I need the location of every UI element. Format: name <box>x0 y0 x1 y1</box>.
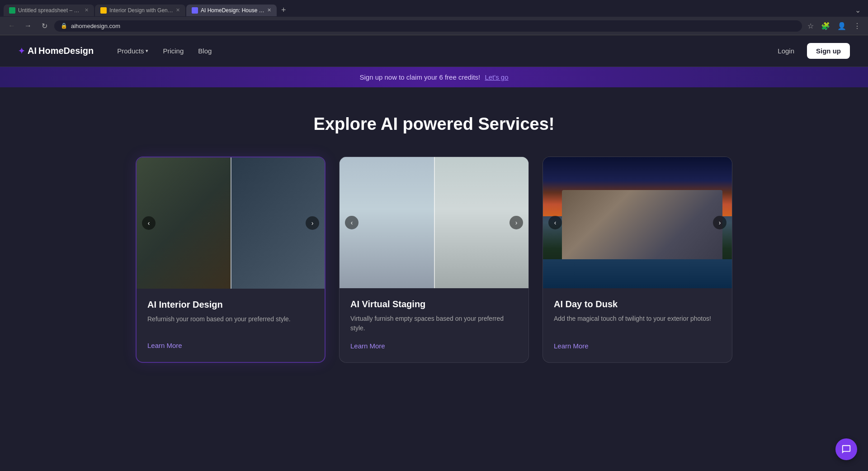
tab-3[interactable]: AI HomeDesign: House Desi... ✕ <box>186 5 277 16</box>
profile-icon[interactable]: 👤 <box>835 21 848 31</box>
card-interior-next[interactable]: › <box>306 216 319 230</box>
bookmark-icon[interactable]: ☆ <box>806 21 816 31</box>
chat-support-button[interactable] <box>835 438 857 460</box>
nav-pricing[interactable]: Pricing <box>157 43 189 58</box>
chat-icon <box>841 444 851 454</box>
navbar: ✦ AI HomeDesign Products ▾ Pricing Blog … <box>0 35 868 67</box>
card-staging-learn-more[interactable]: Learn More <box>350 342 518 350</box>
card-staging-next[interactable]: › <box>509 216 523 229</box>
card-staging-body: AI Virtual Staging Virtually furnish emp… <box>340 288 528 362</box>
lock-icon: 🔒 <box>61 23 67 29</box>
tab-1[interactable]: Untitled spreadsheet – Goo... ✕ <box>4 5 94 16</box>
card-exterior-title: AI Day to Dusk <box>554 299 721 309</box>
url-text: aihomedesign.com <box>71 23 796 29</box>
forward-button[interactable]: → <box>22 19 34 32</box>
banner-link[interactable]: Let's go <box>485 73 508 81</box>
tab-favicon-1 <box>9 7 15 14</box>
products-chevron-icon: ▾ <box>146 48 148 54</box>
refresh-button[interactable]: ↻ <box>38 19 51 32</box>
card-exterior-learn-more[interactable]: Learn More <box>554 342 721 350</box>
nav-blog[interactable]: Blog <box>193 43 217 58</box>
extensions-icon[interactable]: 🧩 <box>819 21 832 31</box>
card-exterior-desc: Add the magical touch of twilight to you… <box>554 314 721 333</box>
staging-split-line <box>434 157 435 288</box>
card-exterior-image-container: ‹ › <box>543 157 732 288</box>
tab-title-2: Interior Design with Genera... <box>109 7 173 14</box>
card-staging-desc: Virtually furnish empty spaces based on … <box>350 314 518 333</box>
card-interior-title: AI Interior Design <box>147 300 314 310</box>
card-interior-image <box>137 157 325 289</box>
tab-title-1: Untitled spreadsheet – Goo... <box>18 7 82 14</box>
tab-favicon-3 <box>192 7 198 14</box>
card-exterior-image <box>543 157 732 288</box>
tab-2[interactable]: Interior Design with Genera... ✕ <box>95 5 185 16</box>
tab-overflow-button[interactable]: ⌄ <box>851 4 864 16</box>
card-exterior-prev[interactable]: ‹ <box>548 216 562 229</box>
card-staging-title: AI Virtual Staging <box>350 299 518 309</box>
card-interior: ‹ › AI Interior Design Refurnish your ro… <box>136 157 326 363</box>
logo-icon: ✦ <box>18 46 25 56</box>
logo-text-rest: HomeDesign <box>38 46 94 56</box>
browser-chrome: Untitled spreadsheet – Goo... ✕ Interior… <box>0 0 868 35</box>
nav-links: Products ▾ Pricing Blog <box>112 43 770 58</box>
banner-text: Sign up now to claim your 6 free credits… <box>359 73 480 81</box>
exterior-building <box>562 190 722 262</box>
tab-close-3[interactable]: ✕ <box>267 7 271 13</box>
cards-grid: ‹ › AI Interior Design Refurnish your ro… <box>136 157 732 363</box>
card-staging-image-container: ‹ › <box>340 157 528 288</box>
exterior-pool <box>543 259 732 288</box>
login-button[interactable]: Login <box>770 43 802 58</box>
website: ✦ AI HomeDesign Products ▾ Pricing Blog … <box>0 35 868 429</box>
card-interior-desc: Refurnish your room based on your prefer… <box>147 314 314 333</box>
new-tab-button[interactable]: + <box>278 4 290 17</box>
card-staging: ‹ › AI Virtual Staging Virtually furnish… <box>339 157 529 363</box>
tab-favicon-2 <box>100 7 107 14</box>
tab-close-2[interactable]: ✕ <box>176 7 180 13</box>
address-bar-row: ← → ↻ 🔒 aihomedesign.com ☆ 🧩 👤 ⋮ <box>0 17 868 35</box>
card-interior-prev[interactable]: ‹ <box>142 216 156 230</box>
card-exterior-body: AI Day to Dusk Add the magical touch of … <box>543 288 732 362</box>
tab-title-3: AI HomeDesign: House Desi... <box>201 7 264 14</box>
tab-close-1[interactable]: ✕ <box>85 7 89 13</box>
menu-icon[interactable]: ⋮ <box>852 21 863 31</box>
logo-text-ai: AI <box>28 46 37 56</box>
card-exterior: ‹ › AI Day to Dusk Add the magical touch… <box>542 157 732 363</box>
interior-split-line <box>231 157 231 289</box>
promo-banner: Sign up now to claim your 6 free credits… <box>0 67 868 87</box>
address-bar[interactable]: 🔒 aihomedesign.com <box>54 20 802 32</box>
nav-products[interactable]: Products ▾ <box>112 43 154 58</box>
card-interior-image-container: ‹ › <box>137 157 325 289</box>
card-interior-body: AI Interior Design Refurnish your room b… <box>137 289 325 362</box>
tab-bar: Untitled spreadsheet – Goo... ✕ Interior… <box>0 0 868 17</box>
card-exterior-next[interactable]: › <box>713 216 726 229</box>
card-staging-image <box>340 157 528 288</box>
card-interior-learn-more[interactable]: Learn More <box>147 342 314 349</box>
nav-actions: Login Sign up <box>770 43 850 59</box>
logo[interactable]: ✦ AI HomeDesign <box>18 46 94 56</box>
back-button[interactable]: ← <box>5 19 18 32</box>
main-content: Explore AI powered Services! ‹ › AI <box>118 87 750 390</box>
card-staging-prev[interactable]: ‹ <box>345 216 359 229</box>
signup-button[interactable]: Sign up <box>807 43 850 59</box>
section-title: Explore AI powered Services! <box>136 114 732 134</box>
